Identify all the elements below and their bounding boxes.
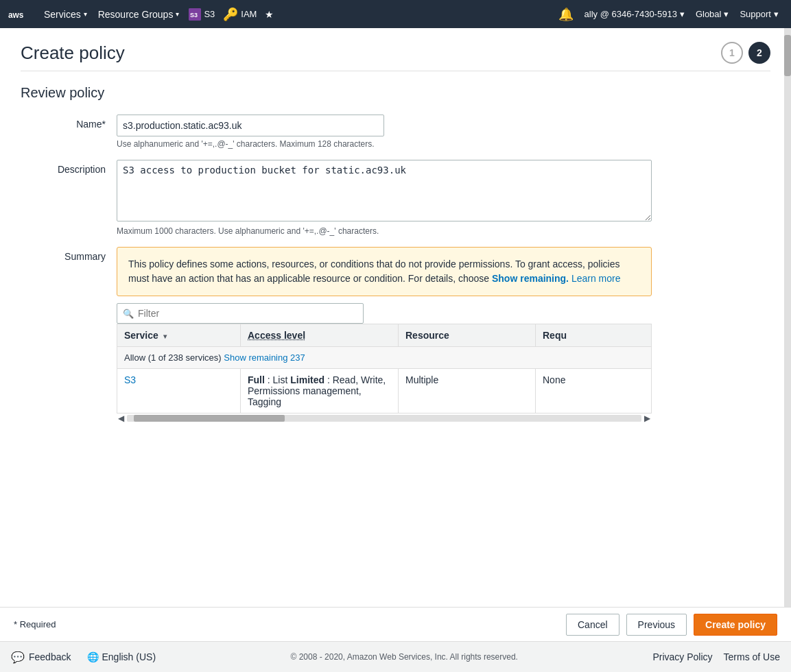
pin-icon-item[interactable]: ★ (261, 0, 278, 28)
policy-table: Service ▾ Access level Resource (117, 324, 652, 413)
top-navigation: aws Services ▾ Resource Groups ▾ S3 S3 🔑… (0, 0, 791, 28)
star-icon: ★ (265, 9, 274, 20)
col-service-header[interactable]: Service ▾ (117, 324, 241, 347)
s3-policy-row: S3 Full : List Limited : Read, Write, Pe… (117, 369, 652, 413)
terms-of-use-link[interactable]: Terms of Use (724, 651, 780, 662)
footer-action-bar: * Required Cancel Previous Create policy (0, 607, 791, 641)
resource-value: Multiple (405, 374, 438, 385)
language-label: English (US) (102, 651, 156, 662)
allow-row: Allow (1 of 238 services) Show remaining… (117, 347, 652, 369)
description-control-wrap: S3 access to production bucket for stati… (117, 160, 652, 236)
region-menu[interactable]: Global ▾ (690, 9, 735, 19)
filter-row: 🔍 (117, 303, 652, 324)
vertical-scrollbar-track[interactable] (784, 28, 791, 607)
iam-label: IAM (241, 9, 257, 19)
hscroll-left-arrow[interactable]: ◀ (117, 413, 126, 423)
main-wrapper: Create policy 1 2 Review policy Name* Us… (0, 28, 791, 607)
page-title: Create policy (21, 43, 125, 64)
feedback-icon: 💬 (11, 651, 25, 664)
language-selector[interactable]: 🌐 English (US) (87, 651, 156, 662)
access-full-label: Full (248, 374, 265, 385)
table-hscroll-thumb[interactable] (134, 415, 285, 422)
region-label: Global (696, 9, 722, 19)
description-label: Description (21, 160, 117, 175)
svg-text:aws: aws (8, 10, 24, 20)
support-caret-icon: ▾ (774, 9, 779, 19)
col-access-level-header: Access level (241, 324, 399, 347)
filter-search-icon: 🔍 (123, 309, 134, 319)
learn-more-link[interactable]: Learn more (571, 273, 621, 284)
step-1-label: 1 (729, 47, 735, 58)
summary-form-row: Summary This policy defines some actions… (21, 247, 770, 423)
feedback-label: Feedback (29, 651, 71, 662)
s3-service-icon: S3 (189, 8, 201, 21)
user-label: ally @ 6346-7430-5913 (585, 9, 677, 19)
page-header: Create policy 1 2 (21, 42, 770, 71)
description-textarea[interactable]: S3 access to production bucket for stati… (117, 160, 652, 221)
allow-count-label: Allow (1 of 238 services) (124, 352, 222, 363)
resource-groups-nav-item[interactable]: Resource Groups ▾ (93, 0, 185, 28)
cancel-button[interactable]: Cancel (566, 614, 619, 636)
summary-box: This policy defines some actions, resour… (117, 247, 652, 296)
section-title: Review policy (21, 85, 770, 101)
footer-links: Privacy Policy Terms of Use (652, 651, 780, 662)
show-remaining-237-link[interactable]: Show remaining 237 (224, 352, 305, 363)
notifications-bell-icon[interactable]: 🔔 (553, 7, 579, 22)
aws-logo[interactable]: aws (7, 1, 33, 27)
user-menu[interactable]: ally @ 6346-7430-5913 ▾ (579, 9, 690, 19)
support-menu[interactable]: Support ▾ (734, 9, 784, 19)
vertical-scrollbar-thumb[interactable] (784, 35, 791, 76)
footer-actions: Cancel Previous Create policy (566, 614, 777, 636)
condition-value: None (543, 374, 565, 385)
footer-left: 💬 Feedback 🌐 English (US) (11, 651, 156, 664)
bottom-footer: 💬 Feedback 🌐 English (US) © 2008 - 2020,… (0, 641, 791, 672)
feedback-button[interactable]: 💬 Feedback (11, 651, 71, 664)
step-2[interactable]: 2 (748, 42, 770, 64)
name-label: Name* (21, 115, 117, 130)
allow-row-cell: Allow (1 of 238 services) Show remaining… (117, 347, 652, 369)
hscroll-right-arrow[interactable]: ▶ (643, 413, 652, 423)
copyright-text: © 2008 - 2020, Amazon Web Services, Inc.… (156, 652, 652, 662)
user-caret-icon: ▾ (680, 9, 685, 19)
region-caret-icon: ▾ (724, 9, 729, 19)
access-level-cell: Full : List Limited : Read, Write, Permi… (241, 369, 399, 413)
summary-label: Summary (21, 247, 117, 262)
summary-control-wrap: This policy defines some actions, resour… (117, 247, 652, 423)
s3-label: S3 (204, 9, 215, 19)
access-list-label: List (273, 374, 288, 385)
col-resource-label: Resource (405, 330, 449, 341)
privacy-policy-link[interactable]: Privacy Policy (652, 651, 712, 662)
step-2-label: 2 (757, 47, 762, 58)
resource-groups-label: Resource Groups (98, 9, 174, 20)
access-limited-label: Limited (290, 374, 324, 385)
description-hint: Maximum 1000 characters. Use alphanumeri… (117, 226, 652, 236)
resource-cell: Multiple (399, 369, 536, 413)
name-form-row: Name* Use alphanumeric and '+=,.@-_' cha… (21, 115, 770, 149)
step-1[interactable]: 1 (721, 42, 743, 64)
col-request-label: Requ (543, 330, 567, 341)
col-request-header: Requ (536, 324, 652, 347)
s3-service-cell: S3 (117, 369, 241, 413)
name-control-wrap: Use alphanumeric and '+=,.@-_' character… (117, 115, 652, 149)
s3-pinned-item[interactable]: S3 S3 (185, 0, 219, 28)
table-hscroll-track[interactable] (127, 415, 641, 422)
name-input[interactable] (117, 115, 384, 136)
support-label: Support (740, 9, 771, 19)
iam-pinned-item[interactable]: 🔑 IAM (219, 0, 261, 28)
table-scroll-wrap: Service ▾ Access level Resource (117, 324, 652, 423)
service-sort-icon: ▾ (163, 333, 167, 340)
resource-groups-caret-icon: ▾ (176, 10, 179, 18)
previous-button[interactable]: Previous (626, 614, 687, 636)
s3-service-link[interactable]: S3 (124, 374, 136, 385)
content-area: Create policy 1 2 Review policy Name* Us… (0, 28, 791, 607)
condition-cell: None (536, 369, 652, 413)
required-note: * Required (14, 619, 56, 629)
globe-icon: 🌐 (87, 651, 99, 662)
description-form-row: Description S3 access to production buck… (21, 160, 770, 236)
show-remaining-link[interactable]: Show remaining. (492, 273, 569, 284)
stepper: 1 2 (721, 42, 770, 64)
filter-input[interactable] (138, 308, 357, 319)
create-policy-button[interactable]: Create policy (694, 614, 777, 636)
col-service-label: Service (124, 330, 158, 341)
services-nav-item[interactable]: Services ▾ (38, 0, 93, 28)
